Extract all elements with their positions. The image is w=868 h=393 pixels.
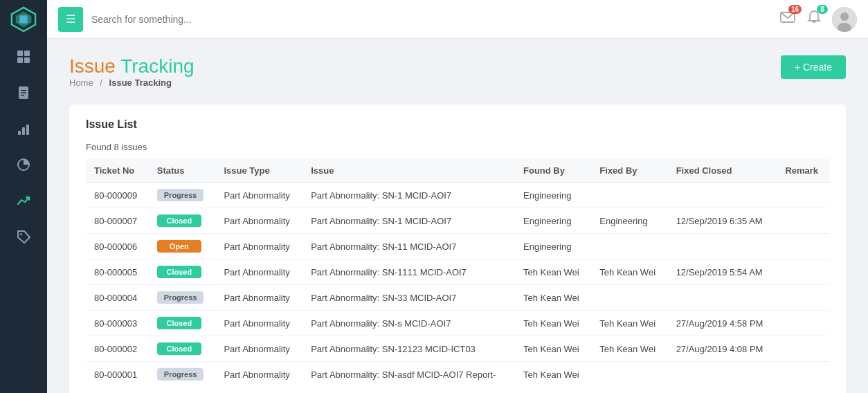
cell-ticket: 80-000007 (86, 208, 149, 234)
breadcrumb-home[interactable]: Home (69, 77, 93, 88)
sidebar-item-trend[interactable] (0, 183, 47, 219)
sidebar-item-document[interactable] (0, 75, 47, 111)
page-header: Issue Tracking Home / Issue Tracking + C… (69, 55, 846, 99)
avatar-icon (832, 7, 857, 32)
svg-rect-4 (24, 51, 30, 56)
logo-icon (10, 6, 37, 33)
svg-rect-10 (21, 95, 24, 96)
table-header-row: Ticket No Status Issue Type Issue Found … (86, 159, 829, 183)
table-row[interactable]: 80-000005 Closed Part Abnormality Part A… (86, 259, 829, 285)
cell-issue-type: Part Abnormality (215, 183, 302, 208)
cell-status: Progress (149, 362, 216, 387)
cell-issue-type: Part Abnormality (215, 362, 302, 387)
cell-issue: Part Abnormality: SN-1111 MCID-AOI7 (302, 259, 515, 285)
cell-ticket: 80-000006 (86, 234, 149, 259)
cell-found-by: Teh Kean Wei (515, 285, 591, 311)
cell-fixed-closed: 27/Aug/2019 4:58 PM (668, 311, 777, 336)
cell-remark (777, 336, 829, 362)
table-row[interactable]: 80-000002 Closed Part Abnormality Part A… (86, 336, 829, 362)
table-row[interactable]: 80-000001 Progress Part Abnormality Part… (86, 362, 829, 387)
cell-issue-type: Part Abnormality (215, 285, 302, 311)
cell-found-by: Engineering (515, 234, 591, 259)
col-remark: Remark (777, 159, 829, 183)
cell-ticket: 80-000001 (86, 362, 149, 387)
cell-issue-type: Part Abnormality (215, 336, 302, 362)
cell-fixed-by (591, 183, 667, 208)
document-icon (16, 85, 31, 100)
menu-button[interactable]: ☰ (58, 7, 83, 32)
cell-remark (777, 362, 829, 387)
cell-status: Closed (149, 259, 216, 285)
hamburger-icon: ☰ (66, 12, 75, 26)
bell-badge: 8 (817, 5, 828, 14)
sidebar-item-tag[interactable] (0, 219, 47, 255)
status-badge: Closed (157, 214, 201, 227)
table-row[interactable]: 80-000009 Progress Part Abnormality Part… (86, 183, 829, 208)
svg-point-15 (20, 233, 22, 235)
trend-icon (16, 193, 31, 208)
issue-list-card: Issue List Found 8 issues Ticket No Stat… (69, 104, 846, 393)
sidebar-item-pie[interactable] (0, 147, 47, 183)
cell-issue: Part Abnormality: SN-asdf MCID-AOI7 Repo… (302, 362, 515, 387)
mail-notification[interactable]: 16 (779, 9, 796, 29)
svg-rect-9 (21, 93, 26, 94)
status-badge: Closed (157, 317, 201, 329)
breadcrumb-current: Issue Tracking (109, 77, 172, 88)
create-button[interactable]: + Create (781, 55, 846, 79)
cell-found-by: Teh Kean Wei (515, 259, 591, 285)
cell-found-by: Engineering (515, 208, 591, 234)
cell-issue: Part Abnormality: SN-33 MCID-AOI7 (302, 285, 515, 311)
issues-table: Ticket No Status Issue Type Issue Found … (86, 159, 829, 387)
cell-status: Open (149, 234, 216, 259)
cell-fixed-closed (668, 362, 777, 387)
bell-notification[interactable]: 8 (806, 9, 822, 29)
sidebar (0, 0, 47, 393)
table-row[interactable]: 80-000004 Progress Part Abnormality Part… (86, 285, 829, 311)
cell-remark (777, 183, 829, 208)
cell-fixed-closed: 12/Sep/2019 5:54 AM (668, 259, 777, 285)
cell-found-by: Teh Kean Wei (515, 362, 591, 387)
table-row[interactable]: 80-000006 Open Part Abnormality Part Abn… (86, 234, 829, 259)
col-fixed-by: Fixed By (591, 159, 667, 183)
cell-ticket: 80-000002 (86, 336, 149, 362)
status-badge: Open (157, 240, 201, 253)
cell-status: Closed (149, 311, 216, 336)
sidebar-item-chart[interactable] (0, 111, 47, 147)
cell-ticket: 80-000003 (86, 311, 149, 336)
sidebar-item-grid[interactable] (0, 39, 47, 75)
page-title: Issue Tracking (69, 55, 195, 77)
logo[interactable] (0, 0, 47, 39)
search-input[interactable] (91, 14, 771, 25)
svg-rect-12 (22, 127, 25, 135)
cell-fixed-by: Teh Kean Wei (591, 336, 667, 362)
table-row[interactable]: 80-000007 Closed Part Abnormality Part A… (86, 208, 829, 234)
svg-rect-5 (17, 57, 23, 63)
col-found-by: Found By (515, 159, 591, 183)
status-badge: Closed (157, 342, 201, 355)
cell-ticket: 80-000004 (86, 285, 149, 311)
found-label: Found 8 issues (86, 142, 829, 152)
cell-found-by: Teh Kean Wei (515, 336, 591, 362)
svg-rect-13 (26, 125, 29, 135)
cell-fixed-closed (668, 234, 777, 259)
status-badge: Closed (157, 266, 201, 278)
svg-rect-2 (19, 15, 27, 23)
cell-issue-type: Part Abnormality (215, 259, 302, 285)
cell-issue-type: Part Abnormality (215, 208, 302, 234)
svg-rect-6 (24, 57, 30, 63)
table-row[interactable]: 80-000003 Closed Part Abnormality Part A… (86, 311, 829, 336)
cell-status: Progress (149, 183, 216, 208)
cell-fixed-by: Engineering (591, 208, 667, 234)
title-area: Issue Tracking Home / Issue Tracking (69, 55, 195, 99)
user-avatar[interactable] (832, 7, 857, 32)
status-badge: Progress (157, 291, 204, 304)
cell-status: Progress (149, 285, 216, 311)
cell-issue: Part Abnormality: SN-12123 MCID-ICT03 (302, 336, 515, 362)
cell-fixed-closed: 27/Aug/2019 4:08 PM (668, 336, 777, 362)
cell-issue-type: Part Abnormality (215, 234, 302, 259)
topbar-right: 16 8 (779, 7, 857, 32)
cell-remark (777, 208, 829, 234)
cell-remark (777, 234, 829, 259)
cell-fixed-by (591, 362, 667, 387)
grid-icon (16, 49, 31, 64)
